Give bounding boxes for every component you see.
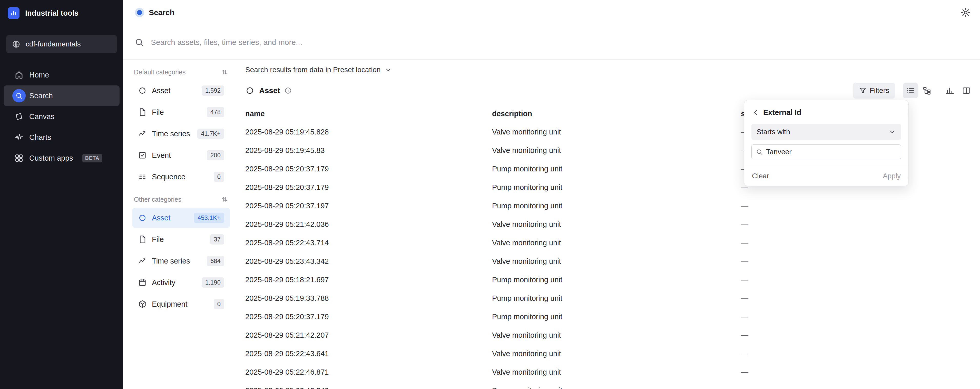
sidebar-item-charts[interactable]: Charts [3, 127, 119, 148]
main-area: Search Default categories Asset1,592File… [123, 0, 980, 389]
category-item-activity[interactable]: Activity1,190 [132, 273, 230, 293]
cell-description: Valve monitoring unit [492, 331, 741, 340]
category-label: Sequence [152, 173, 208, 181]
asset-section-header: Asset Filters [245, 81, 980, 100]
info-icon[interactable] [284, 87, 292, 94]
category-item-time-series[interactable]: Time series684 [132, 251, 230, 271]
filter-popup-title: External Id [763, 108, 801, 117]
cell-source: — [741, 239, 980, 247]
operator-select[interactable]: Starts with [751, 124, 901, 140]
cell-description: Valve monitoring unit [492, 368, 741, 376]
cell-name: 2025-08-29 05:22:43.641 [245, 349, 492, 358]
table-row[interactable]: 2025-08-29 05:23:43.342Pump monitoring u… [245, 381, 980, 389]
cell-source: — [741, 257, 980, 266]
project-selector[interactable]: cdf-fundamentals [6, 35, 117, 53]
table-row[interactable]: 2025-08-29 05:20:37.179Pump monitoring u… [245, 308, 980, 326]
global-search-input[interactable] [151, 38, 969, 47]
asset-icon [138, 214, 147, 222]
file-icon [138, 108, 147, 116]
sidebar: Industrial tools cdf-fundamentals Home S… [0, 0, 123, 389]
operator-value: Starts with [757, 128, 790, 136]
cell-name: 2025-08-29 05:21:42.036 [245, 220, 492, 229]
cell-description: Valve monitoring unit [492, 146, 741, 155]
timeseries-icon [138, 129, 147, 138]
apply-button[interactable]: Apply [883, 172, 901, 180]
event-icon [138, 151, 147, 159]
cell-description: Pump monitoring unit [492, 386, 741, 389]
tree-view-button[interactable] [920, 83, 934, 98]
table-row[interactable]: 2025-08-29 05:18:21.697Pump monitoring u… [245, 271, 980, 289]
category-item-file[interactable]: File478 [132, 102, 230, 122]
table-row[interactable]: 2025-08-29 05:19:33.788Pump monitoring u… [245, 289, 980, 308]
settings-gear-icon[interactable] [961, 8, 971, 18]
filters-button-label: Filters [870, 86, 889, 95]
category-item-equipment[interactable]: Equipment0 [132, 294, 230, 314]
table-row[interactable]: 2025-08-29 05:22:46.871Valve monitoring … [245, 363, 980, 381]
table-row[interactable]: 2025-08-29 05:23:43.342Valve monitoring … [245, 252, 980, 271]
category-item-asset[interactable]: Asset1,592 [132, 81, 230, 100]
category-count-badge: 37 [210, 234, 224, 244]
category-item-asset[interactable]: Asset453.1K+ [132, 208, 230, 228]
sidebar-item-canvas[interactable]: Canvas [3, 106, 119, 127]
filter-popup-header: External Id [751, 107, 901, 118]
category-label: Equipment [152, 300, 208, 308]
cell-name: 2025-08-29 05:20:37.179 [245, 312, 492, 321]
cell-name: 2025-08-29 05:20:37.179 [245, 183, 492, 192]
category-label: Asset [152, 214, 189, 222]
table-row[interactable]: 2025-08-29 05:22:43.714Valve monitoring … [245, 233, 980, 252]
sidebar-item-search[interactable]: Search [3, 85, 119, 106]
category-item-sequence[interactable]: Sequence0 [132, 167, 230, 187]
cell-name: 2025-08-29 05:21:42.207 [245, 331, 492, 340]
cell-name: 2025-08-29 05:19:33.788 [245, 294, 492, 303]
table-row[interactable]: 2025-08-29 05:20:37.197Pump monitoring u… [245, 196, 980, 215]
results-scope-label: Search results from data in Preset locat… [245, 66, 381, 74]
sort-icon[interactable] [221, 68, 228, 76]
cell-description: Pump monitoring unit [492, 294, 741, 303]
category-label: File [152, 108, 202, 116]
list-view-button[interactable] [903, 83, 918, 98]
other-categories-header: Other categories [132, 196, 230, 208]
section-label: Other categories [134, 196, 181, 203]
columns-view-button[interactable] [959, 83, 974, 98]
filter-value-input[interactable] [766, 148, 897, 156]
cell-name: 2025-08-29 05:23:43.342 [245, 386, 492, 389]
back-chevron-icon[interactable] [751, 108, 760, 117]
section-label: Default categories [134, 69, 186, 76]
table-row[interactable]: 2025-08-29 05:22:43.641Valve monitoring … [245, 344, 980, 363]
category-label: File [152, 235, 205, 244]
results-scope-toggle[interactable]: Search results from data in Preset locat… [245, 64, 980, 76]
cell-description: Pump monitoring unit [492, 165, 741, 173]
cell-name: 2025-08-29 05:20:37.179 [245, 165, 492, 173]
cell-source: — [741, 202, 980, 210]
sort-icon[interactable] [221, 196, 228, 203]
cell-source: — [741, 386, 980, 389]
filter-value-field [751, 145, 901, 159]
cell-source: — [741, 276, 980, 284]
default-categories-list: Asset1,592File478Time series41.7K+Event2… [132, 81, 230, 187]
filters-button[interactable]: Filters [853, 83, 895, 99]
page-title: Search [149, 8, 175, 17]
chart-view-button[interactable] [943, 83, 958, 98]
cell-name: 2025-08-29 05:20:37.197 [245, 202, 492, 210]
cell-source: — [741, 349, 980, 358]
category-count-badge: 684 [207, 256, 224, 266]
category-label: Activity [152, 278, 197, 287]
home-icon [14, 70, 24, 80]
category-item-file[interactable]: File37 [132, 230, 230, 249]
table-row[interactable]: 2025-08-29 05:21:42.207Valve monitoring … [245, 326, 980, 344]
sidebar-item-label: Search [29, 92, 53, 100]
sidebar-item-home[interactable]: Home [3, 65, 119, 85]
category-item-event[interactable]: Event200 [132, 145, 230, 165]
column-header-name[interactable]: name [245, 110, 492, 118]
category-item-time-series[interactable]: Time series41.7K+ [132, 124, 230, 144]
cell-description: Valve monitoring unit [492, 128, 741, 136]
category-count-badge: 1,592 [202, 85, 224, 96]
table-row[interactable]: 2025-08-29 05:21:42.036Valve monitoring … [245, 215, 980, 233]
chevron-down-icon [888, 128, 896, 136]
view-toggle-group-1 [903, 83, 934, 98]
sidebar-item-custom-apps[interactable]: Custom apps BETA [3, 148, 119, 168]
cell-description: Valve monitoring unit [492, 257, 741, 266]
category-count-badge: 453.1K+ [194, 213, 224, 223]
column-header-description[interactable]: description [492, 110, 741, 118]
clear-button[interactable]: Clear [752, 172, 769, 180]
